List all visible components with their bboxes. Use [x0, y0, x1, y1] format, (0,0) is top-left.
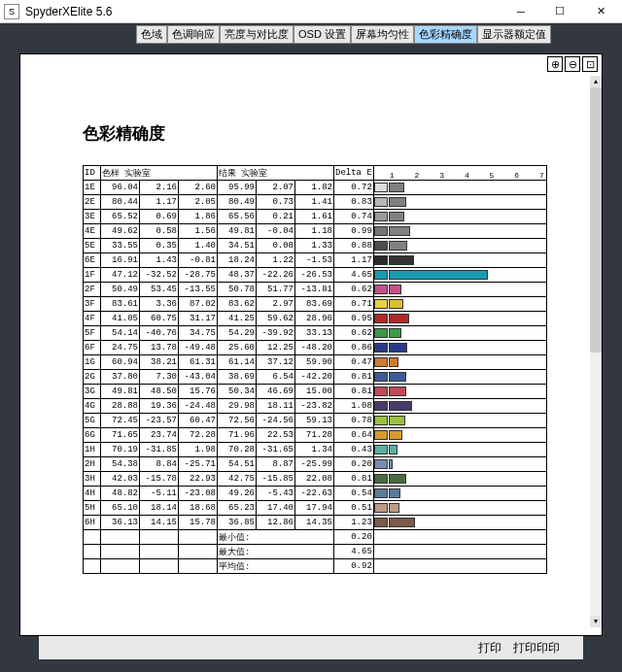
tab-1[interactable]: 色调响应 — [167, 25, 220, 44]
result-val: 14.35 — [295, 516, 334, 530]
result-val: -24.56 — [257, 414, 295, 428]
result-val: 25.60 — [218, 341, 257, 355]
sample-val: 18.68 — [179, 501, 218, 516]
tab-6[interactable]: 显示器额定值 — [477, 25, 551, 44]
delta-bar — [389, 285, 402, 294]
close-button[interactable]: ✕ — [579, 0, 622, 23]
color-swatch — [374, 386, 388, 396]
chart-cell — [373, 210, 546, 224]
result-val: 1.61 — [295, 210, 334, 224]
print-button[interactable]: 打印 — [478, 640, 501, 656]
scroll-up-icon[interactable]: ▴ — [590, 76, 602, 87]
table-row: 4E49.620.581.5649.81-0.041.180.99 — [84, 224, 547, 239]
window-title: SpyderXElite 5.6 — [23, 5, 501, 18]
delta-val: 0.54 — [334, 487, 374, 501]
delta-val: 0.20 — [334, 457, 374, 472]
delta-bar — [389, 488, 400, 498]
result-val: -15.85 — [257, 472, 295, 487]
sample-val: -32.52 — [140, 268, 179, 283]
table-row: 1H70.19-31.851.9870.28-31.651.340.43 — [84, 443, 547, 457]
delta-val: 1.08 — [334, 399, 374, 414]
result-val: 0.73 — [257, 195, 295, 210]
scroll-down-icon[interactable]: ▾ — [590, 616, 602, 627]
vertical-scrollbar[interactable]: ▴ ▾ — [590, 76, 602, 627]
result-val: 29.98 — [218, 399, 257, 414]
delta-bar — [389, 503, 399, 513]
result-val: 34.51 — [218, 239, 257, 253]
result-val: 17.94 — [295, 501, 334, 516]
result-val: 12.25 — [257, 341, 295, 355]
chart-cell — [373, 501, 546, 516]
delta-bar — [389, 226, 410, 236]
sample-val: 71.65 — [101, 428, 140, 443]
result-val: 80.49 — [218, 195, 257, 210]
result-val: 0.08 — [257, 239, 295, 253]
chart-cell — [373, 195, 546, 210]
color-accuracy-table: ID色样 实验室结果 实验室Delta E12345671E96.042.162… — [83, 165, 572, 574]
result-val: 22.08 — [295, 472, 334, 487]
delta-val: 4.65 — [334, 268, 374, 283]
scroll-thumb[interactable] — [590, 87, 602, 353]
result-val: 1.18 — [295, 224, 334, 239]
color-swatch — [374, 299, 388, 309]
result-val: 2.07 — [257, 181, 295, 195]
delta-bar — [389, 197, 406, 207]
row-id: 6E — [84, 253, 101, 268]
result-val: 2.97 — [257, 297, 295, 312]
zoom-in-icon[interactable]: ⊕ — [547, 56, 563, 72]
minimize-button[interactable]: ─ — [501, 0, 540, 23]
result-val: -26.53 — [295, 268, 334, 283]
result-val: 18.11 — [257, 399, 295, 414]
zoom-out-icon[interactable]: ⊖ — [565, 56, 580, 72]
sample-val: 14.15 — [140, 516, 179, 530]
color-swatch — [374, 416, 388, 425]
sample-val: -13.55 — [179, 283, 218, 297]
sample-val: 15.76 — [179, 385, 218, 399]
result-val: 83.62 — [218, 297, 257, 312]
result-val: -31.65 — [257, 443, 295, 457]
col-sample: 色样 实验室 — [101, 166, 218, 181]
summary-label: 最小值: — [218, 530, 334, 545]
result-val: 59.62 — [257, 312, 295, 326]
color-swatch — [374, 445, 388, 454]
tab-3[interactable]: OSD 设置 — [294, 25, 351, 44]
tab-0[interactable]: 色域 — [136, 25, 167, 44]
sample-val: 87.02 — [179, 297, 218, 312]
sample-val: 24.75 — [101, 341, 140, 355]
table-row: 6E16.911.43-0.8118.241.22-1.531.17 — [84, 253, 547, 268]
result-val: 37.12 — [257, 355, 295, 370]
title-bar: S SpyderXElite 5.6 ─ ☐ ✕ — [0, 0, 622, 23]
table-row: 5H65.1018.1418.6865.2317.4017.940.51 — [84, 501, 547, 516]
summary-row: 最大值:4.65 — [84, 545, 547, 559]
color-swatch — [374, 459, 388, 469]
tab-5[interactable]: 色彩精确度 — [414, 25, 477, 44]
maximize-button[interactable]: ☐ — [540, 0, 579, 23]
delta-val: 0.81 — [334, 472, 374, 487]
row-id: 3G — [84, 385, 101, 399]
result-val: 1.41 — [295, 195, 334, 210]
delta-bar — [389, 343, 407, 353]
sample-val: 72.45 — [101, 414, 140, 428]
delta-bar — [389, 416, 405, 425]
sample-val: -43.04 — [179, 370, 218, 385]
chart-cell — [373, 326, 546, 341]
sample-val: 22.93 — [179, 472, 218, 487]
color-swatch — [374, 401, 388, 411]
sample-val: -31.85 — [140, 443, 179, 457]
delta-val: 0.47 — [334, 355, 374, 370]
zoom-fit-icon[interactable]: ⊡ — [582, 56, 598, 72]
sample-val: 80.44 — [101, 195, 140, 210]
result-val: -25.99 — [295, 457, 334, 472]
sample-val: 0.69 — [140, 210, 179, 224]
color-swatch — [374, 503, 388, 513]
report-page: ⊕ ⊖ ⊡ 色彩精确度 ID色样 实验室结果 实验室Delta E1234567… — [19, 53, 603, 636]
table-row: 5G72.45-23.5760.4772.56-24.5659.130.78 — [84, 414, 547, 428]
sample-val: 1.40 — [179, 239, 218, 253]
print-alt-button[interactable]: 打印印印 — [513, 640, 560, 656]
tab-2[interactable]: 亮度与对比度 — [220, 25, 294, 44]
tab-4[interactable]: 屏幕均匀性 — [351, 25, 414, 44]
chart-cell — [373, 253, 546, 268]
sample-val: 37.80 — [101, 370, 140, 385]
color-swatch — [374, 285, 388, 294]
sample-val: 36.13 — [101, 516, 140, 530]
